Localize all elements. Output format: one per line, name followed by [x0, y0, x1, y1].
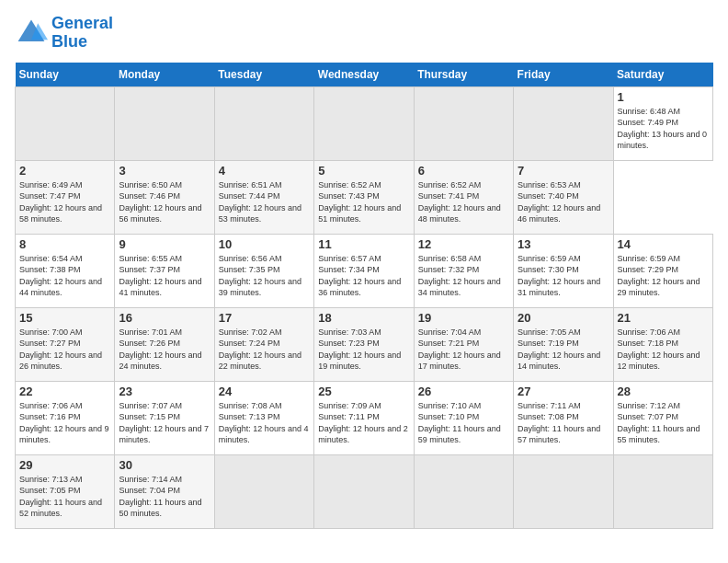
calendar-cell: [514, 86, 613, 160]
calendar-cell: 5 Sunrise: 6:52 AM Sunset: 7:43 PM Dayli…: [314, 160, 414, 234]
calendar-cell: 13 Sunrise: 6:59 AM Sunset: 7:30 PM Dayl…: [514, 234, 613, 307]
day-number: 27: [518, 385, 609, 398]
day-info: Sunrise: 7:07 AM Sunset: 7:15 PM Dayligh…: [119, 400, 210, 446]
calendar-cell: 11 Sunrise: 6:57 AM Sunset: 7:34 PM Dayl…: [314, 234, 414, 307]
day-number: 4: [219, 164, 310, 178]
calendar-cell: [115, 86, 214, 160]
day-info: Sunrise: 7:03 AM Sunset: 7:23 PM Dayligh…: [318, 327, 409, 373]
calendar-cell: 22 Sunrise: 7:06 AM Sunset: 7:16 PM Dayl…: [16, 381, 115, 454]
day-number: 30: [119, 458, 210, 472]
calendar-week-row: 8 Sunrise: 6:54 AM Sunset: 7:38 PM Dayli…: [16, 234, 713, 307]
calendar-week-row: 29 Sunrise: 7:13 AM Sunset: 7:05 PM Dayl…: [16, 454, 713, 528]
logo: General Blue: [15, 15, 113, 52]
calendar-cell: [214, 454, 313, 528]
logo-icon: [15, 17, 48, 50]
day-number: 20: [518, 311, 609, 325]
calendar-cell: 12 Sunrise: 6:58 AM Sunset: 7:32 PM Dayl…: [414, 234, 513, 307]
calendar-cell: 30 Sunrise: 7:14 AM Sunset: 7:04 PM Dayl…: [115, 454, 214, 528]
day-number: 1: [618, 90, 709, 104]
calendar-cell: [314, 86, 414, 160]
day-number: 14: [618, 237, 709, 251]
day-info: Sunrise: 6:52 AM Sunset: 7:41 PM Dayligh…: [418, 179, 509, 225]
day-number: 5: [318, 164, 409, 178]
calendar-table: SundayMondayTuesdayWednesdayThursdayFrid…: [15, 63, 713, 529]
calendar-week-row: 15 Sunrise: 7:00 AM Sunset: 7:27 PM Dayl…: [16, 307, 713, 381]
calendar-cell: 29 Sunrise: 7:13 AM Sunset: 7:05 PM Dayl…: [16, 454, 115, 528]
day-info: Sunrise: 6:52 AM Sunset: 7:43 PM Dayligh…: [318, 179, 409, 225]
calendar-cell: 27 Sunrise: 7:11 AM Sunset: 7:08 PM Dayl…: [514, 381, 613, 454]
calendar-header-row: SundayMondayTuesdayWednesdayThursdayFrid…: [16, 63, 713, 87]
calendar-cell: 4 Sunrise: 6:51 AM Sunset: 7:44 PM Dayli…: [214, 160, 313, 234]
day-info: Sunrise: 7:04 AM Sunset: 7:21 PM Dayligh…: [418, 327, 509, 373]
calendar-cell: [613, 454, 712, 528]
col-header-thursday: Thursday: [414, 63, 513, 87]
day-info: Sunrise: 7:09 AM Sunset: 7:11 PM Dayligh…: [318, 400, 409, 446]
day-number: 17: [219, 311, 310, 325]
calendar-cell: [214, 86, 313, 160]
day-number: 7: [518, 164, 609, 178]
day-number: 13: [518, 237, 609, 251]
day-info: Sunrise: 6:58 AM Sunset: 7:32 PM Dayligh…: [418, 253, 509, 299]
day-info: Sunrise: 7:14 AM Sunset: 7:04 PM Dayligh…: [119, 474, 210, 520]
calendar-cell: 28 Sunrise: 7:12 AM Sunset: 7:07 PM Dayl…: [613, 381, 712, 454]
logo-line2: Blue: [51, 32, 87, 51]
day-number: 21: [618, 311, 709, 325]
calendar-cell: 1 Sunrise: 6:48 AM Sunset: 7:49 PM Dayli…: [613, 86, 712, 160]
calendar-cell: [314, 454, 414, 528]
day-number: 12: [418, 237, 509, 251]
calendar-cell: [414, 86, 513, 160]
col-header-tuesday: Tuesday: [214, 63, 313, 87]
day-number: 22: [19, 385, 110, 398]
day-number: 10: [219, 237, 310, 251]
day-info: Sunrise: 7:08 AM Sunset: 7:13 PM Dayligh…: [219, 400, 310, 446]
calendar-cell: 21 Sunrise: 7:06 AM Sunset: 7:18 PM Dayl…: [613, 307, 712, 381]
calendar-cell: [16, 86, 115, 160]
day-number: 23: [119, 385, 210, 398]
day-number: 25: [318, 385, 409, 398]
day-info: Sunrise: 7:06 AM Sunset: 7:18 PM Dayligh…: [618, 327, 709, 373]
col-header-monday: Monday: [115, 63, 214, 87]
day-number: 24: [219, 385, 310, 398]
calendar-cell: 24 Sunrise: 7:08 AM Sunset: 7:13 PM Dayl…: [214, 381, 313, 454]
calendar-cell: 17 Sunrise: 7:02 AM Sunset: 7:24 PM Dayl…: [214, 307, 313, 381]
day-number: 28: [618, 385, 709, 398]
day-info: Sunrise: 6:54 AM Sunset: 7:38 PM Dayligh…: [19, 253, 110, 299]
day-info: Sunrise: 6:49 AM Sunset: 7:47 PM Dayligh…: [19, 179, 110, 225]
calendar-cell: [414, 454, 513, 528]
calendar-week-row: 1 Sunrise: 6:48 AM Sunset: 7:49 PM Dayli…: [16, 86, 713, 160]
day-number: 11: [318, 237, 409, 251]
calendar-cell: 23 Sunrise: 7:07 AM Sunset: 7:15 PM Dayl…: [115, 381, 214, 454]
day-info: Sunrise: 6:56 AM Sunset: 7:35 PM Dayligh…: [219, 253, 310, 299]
day-number: 18: [318, 311, 409, 325]
calendar-cell: 9 Sunrise: 6:55 AM Sunset: 7:37 PM Dayli…: [115, 234, 214, 307]
day-info: Sunrise: 7:06 AM Sunset: 7:16 PM Dayligh…: [19, 400, 110, 446]
calendar-cell: 10 Sunrise: 6:56 AM Sunset: 7:35 PM Dayl…: [214, 234, 313, 307]
day-info: Sunrise: 7:01 AM Sunset: 7:26 PM Dayligh…: [119, 327, 210, 373]
calendar-cell: 20 Sunrise: 7:05 AM Sunset: 7:19 PM Dayl…: [514, 307, 613, 381]
calendar-cell: 7 Sunrise: 6:53 AM Sunset: 7:40 PM Dayli…: [514, 160, 613, 234]
day-info: Sunrise: 6:50 AM Sunset: 7:46 PM Dayligh…: [119, 179, 210, 225]
calendar-cell: 18 Sunrise: 7:03 AM Sunset: 7:23 PM Dayl…: [314, 307, 414, 381]
day-info: Sunrise: 7:00 AM Sunset: 7:27 PM Dayligh…: [19, 327, 110, 373]
calendar-cell: 16 Sunrise: 7:01 AM Sunset: 7:26 PM Dayl…: [115, 307, 214, 381]
day-number: 8: [19, 237, 110, 251]
day-number: 16: [119, 311, 210, 325]
day-info: Sunrise: 6:48 AM Sunset: 7:49 PM Dayligh…: [618, 106, 709, 152]
day-number: 3: [119, 164, 210, 178]
day-number: 2: [19, 164, 110, 178]
day-number: 26: [418, 385, 509, 398]
calendar-cell: 6 Sunrise: 6:52 AM Sunset: 7:41 PM Dayli…: [414, 160, 513, 234]
logo-text: General Blue: [51, 15, 113, 52]
logo-line1: General: [51, 14, 113, 32]
day-info: Sunrise: 6:59 AM Sunset: 7:30 PM Dayligh…: [518, 253, 609, 299]
calendar-cell: 14 Sunrise: 6:59 AM Sunset: 7:29 PM Dayl…: [613, 234, 712, 307]
day-number: 29: [19, 458, 110, 472]
calendar-cell: 25 Sunrise: 7:09 AM Sunset: 7:11 PM Dayl…: [314, 381, 414, 454]
page-header: General Blue: [15, 15, 713, 52]
day-info: Sunrise: 7:11 AM Sunset: 7:08 PM Dayligh…: [518, 400, 609, 446]
day-info: Sunrise: 7:05 AM Sunset: 7:19 PM Dayligh…: [518, 327, 609, 373]
col-header-friday: Friday: [514, 63, 613, 87]
day-info: Sunrise: 6:55 AM Sunset: 7:37 PM Dayligh…: [119, 253, 210, 299]
calendar-cell: 8 Sunrise: 6:54 AM Sunset: 7:38 PM Dayli…: [16, 234, 115, 307]
calendar-cell: 15 Sunrise: 7:00 AM Sunset: 7:27 PM Dayl…: [16, 307, 115, 381]
